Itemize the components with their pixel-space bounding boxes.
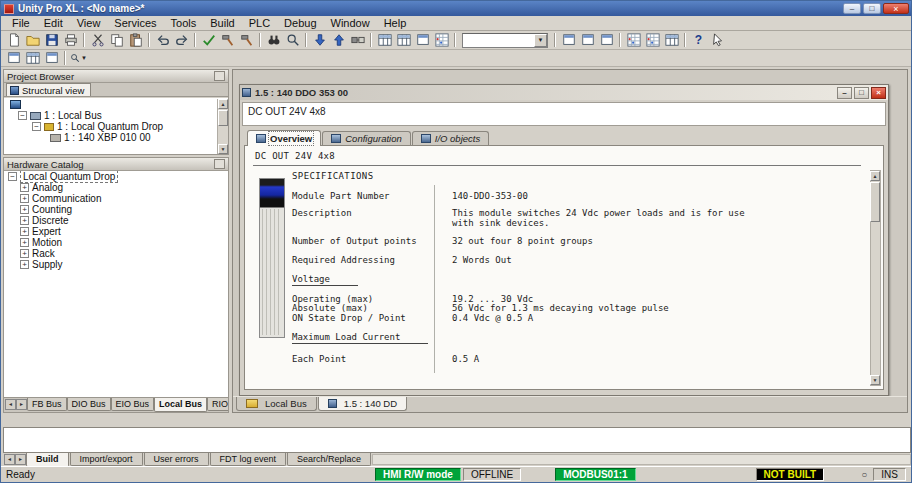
catalog-row-counting[interactable]: + Counting — [4, 204, 228, 215]
redo-button[interactable] — [172, 32, 191, 49]
open-project-button[interactable] — [23, 32, 42, 49]
paste-button[interactable] — [126, 32, 145, 49]
catalog-row-discrete[interactable]: + Discrete — [4, 215, 228, 226]
close-button[interactable]: × — [883, 3, 909, 14]
tile-horizontal-button[interactable] — [559, 32, 578, 49]
tree-row-rack[interactable]: 1 : 140 XBP 010 00 — [4, 132, 228, 143]
tab-fb-bus[interactable]: FB Bus — [27, 398, 67, 411]
transfer-to-plc-button[interactable] — [310, 32, 329, 49]
catalog-label-communication[interactable]: Communication — [32, 193, 101, 204]
tree-row-station[interactable] — [4, 99, 228, 110]
catalog-row-analog[interactable]: + Analog — [4, 182, 228, 193]
tabs-scroll-right-icon[interactable]: ► — [15, 454, 26, 465]
catalog-label-rack[interactable]: Rack — [32, 248, 55, 259]
operator-screen-button[interactable] — [413, 32, 432, 49]
help-button[interactable]: ? — [689, 32, 708, 49]
expand-icon[interactable]: + — [20, 216, 29, 225]
copy-button[interactable] — [107, 32, 126, 49]
catalog-row-root[interactable]: − Local Quantum Drop — [4, 171, 228, 182]
tab-structural-view[interactable]: Structural view — [6, 83, 91, 96]
menu-debug[interactable]: Debug — [277, 16, 323, 30]
hardware-catalog-header[interactable]: Hardware Catalog — [4, 158, 228, 171]
child-minimize-button[interactable]: – — [837, 87, 852, 99]
menu-plc[interactable]: PLC — [242, 16, 277, 30]
module-window-titlebar[interactable]: 1.5 : 140 DDO 353 00 – □ × — [240, 85, 888, 100]
instance-selector-combobox[interactable]: ▼ — [462, 33, 548, 48]
menu-edit[interactable]: Edit — [37, 16, 70, 30]
output-scrollbar-track[interactable] — [372, 454, 911, 465]
collapse-icon[interactable]: − — [18, 111, 27, 120]
tab-search-replace[interactable]: Search/Replace — [287, 453, 371, 466]
catalog-row-rack[interactable]: + Rack — [4, 248, 228, 259]
child-close-button[interactable]: × — [871, 87, 886, 99]
menu-services[interactable]: Services — [107, 16, 163, 30]
expand-icon[interactable]: + — [20, 227, 29, 236]
scroll-down-icon[interactable]: ▼ — [870, 375, 880, 385]
tree-label-rack[interactable]: 1 : 140 XBP 010 00 — [64, 132, 151, 143]
collapse-icon[interactable]: − — [8, 172, 17, 181]
tab-dio-bus[interactable]: DIO Bus — [67, 398, 111, 411]
project-browser-toggle-button[interactable] — [4, 50, 23, 67]
tab-rio-bus[interactable]: RIO — [207, 398, 228, 411]
zoom-button[interactable] — [283, 32, 302, 49]
menu-tools[interactable]: Tools — [164, 16, 204, 30]
menu-help[interactable]: Help — [377, 16, 414, 30]
tile-vertical-button[interactable] — [578, 32, 597, 49]
menu-build[interactable]: Build — [203, 16, 241, 30]
catalog-label-supply[interactable]: Supply — [32, 259, 63, 270]
new-project-button[interactable] — [4, 32, 23, 49]
menu-view[interactable]: View — [70, 16, 108, 30]
catalog-label-expert[interactable]: Expert — [32, 226, 61, 237]
tree-row-quantum-drop[interactable]: − 1 : Local Quantum Drop — [4, 121, 228, 132]
connect-disconnect-button[interactable] — [348, 32, 367, 49]
panel-options-button[interactable] — [214, 159, 225, 169]
catalog-label-counting[interactable]: Counting — [32, 204, 72, 215]
zoom-dropdown[interactable]: ▼ — [69, 50, 88, 67]
child-restore-button[interactable]: □ — [854, 87, 869, 99]
catalog-row-communication[interactable]: + Communication — [4, 193, 228, 204]
tab-eio-bus[interactable]: EIO Bus — [111, 398, 155, 411]
tabs-scroll-right-icon[interactable]: ► — [16, 399, 27, 410]
expand-icon[interactable]: + — [20, 205, 29, 214]
menu-window[interactable]: Window — [324, 16, 377, 30]
title-bar[interactable]: Unity Pro XL : <No name>* – □ × — [1, 1, 911, 16]
tab-user-errors[interactable]: User errors — [144, 453, 209, 466]
minimize-button[interactable]: – — [843, 3, 861, 14]
analyze-project-button[interactable] — [199, 32, 218, 49]
search-button[interactable] — [264, 32, 283, 49]
output-window-toggle-button[interactable] — [42, 50, 61, 67]
context-help-button[interactable] — [708, 32, 727, 49]
expand-icon[interactable]: + — [20, 194, 29, 203]
tab-configuration[interactable]: Configuration — [322, 131, 411, 145]
expand-icon[interactable]: + — [20, 238, 29, 247]
structure-view-button[interactable] — [432, 32, 451, 49]
cascade-windows-button[interactable] — [597, 32, 616, 49]
build-changes-button[interactable] — [218, 32, 237, 49]
scrollbar-thumb[interactable] — [218, 110, 228, 126]
mdi-tab-local-bus[interactable]: Local Bus — [236, 397, 317, 411]
tab-overview[interactable]: Overview — [247, 130, 321, 146]
scrollbar-thumb[interactable] — [870, 182, 880, 222]
print-button[interactable] — [61, 32, 80, 49]
tab-io-objects[interactable]: I/O objects — [412, 131, 489, 145]
scroll-up-icon[interactable]: ▲ — [218, 99, 228, 109]
library-browser-button[interactable] — [662, 32, 681, 49]
content-scrollbar[interactable]: ▲ ▼ — [870, 170, 881, 386]
watch-point-button[interactable] — [643, 32, 662, 49]
expand-icon[interactable]: + — [20, 183, 29, 192]
cut-button[interactable] — [88, 32, 107, 49]
tree-label-local-bus[interactable]: 1 : Local Bus — [44, 110, 102, 121]
expand-icon[interactable]: + — [20, 260, 29, 269]
data-editor-button[interactable] — [375, 32, 394, 49]
collapse-icon[interactable]: − — [32, 122, 41, 131]
tabs-scroll-left-icon[interactable]: ◄ — [5, 399, 16, 410]
tab-local-bus[interactable]: Local Bus — [154, 398, 207, 412]
save-button[interactable] — [42, 32, 61, 49]
tab-import-export[interactable]: Import/export — [70, 453, 143, 466]
maximize-button[interactable]: □ — [863, 3, 881, 14]
chevron-down-icon[interactable]: ▼ — [534, 34, 547, 47]
rebuild-all-button[interactable] — [237, 32, 256, 49]
output-content[interactable] — [3, 427, 911, 453]
project-browser-header[interactable]: Project Browser — [4, 70, 228, 83]
tab-build[interactable]: Build — [26, 453, 69, 467]
